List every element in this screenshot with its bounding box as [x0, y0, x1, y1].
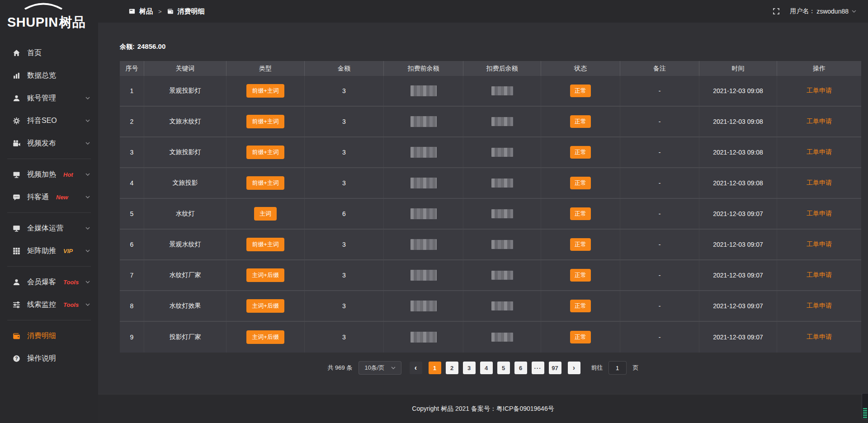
- table-row: 6 景观水纹灯 前缀+主词 3 正常 - 2021-12-03 09:07 工单…: [120, 230, 861, 260]
- header-keyword: 关键词: [144, 61, 226, 76]
- page-button[interactable]: 2: [446, 362, 458, 374]
- blurred-value: [491, 179, 513, 188]
- cell-type: 前缀+主词: [226, 76, 305, 106]
- cell-action: 工单申请: [777, 168, 861, 198]
- sidebar-item-douyin-seo[interactable]: 抖音SEO: [0, 109, 98, 132]
- page-button[interactable]: 5: [497, 362, 510, 374]
- sidebar-item-label: 消费明细: [27, 331, 56, 341]
- page-button[interactable]: 1: [429, 362, 441, 374]
- cell-balance-before: [384, 107, 463, 136]
- cell-status: 正常: [541, 168, 620, 198]
- sidebar-item-media-operation[interactable]: 全媒体运营: [0, 217, 98, 240]
- ticket-apply-link[interactable]: 工单申请: [807, 240, 832, 249]
- cell-status: 正常: [541, 291, 620, 321]
- cell-status: 正常: [541, 76, 620, 106]
- cell-time: 2021-12-03 09:07: [699, 322, 777, 352]
- topbar-right: 用户名：zswodun88: [773, 7, 856, 15]
- cell-action: 工单申请: [777, 107, 861, 136]
- sidebar-item-video-publish[interactable]: 视频发布: [0, 132, 98, 155]
- sidebar-item-instructions[interactable]: ? 操作说明: [0, 347, 98, 370]
- breadcrumb-root[interactable]: 树品: [139, 7, 153, 16]
- cell-balance-before: [384, 76, 463, 106]
- table-row: 7 水纹灯厂家 主词+后缀 3 正常 - 2021-12-03 09:07 工单…: [120, 260, 861, 291]
- type-badge: 前缀+主词: [246, 84, 284, 98]
- sidebar-item-label: 全媒体运营: [27, 224, 63, 233]
- cell-action: 工单申请: [777, 260, 861, 290]
- prev-page-button[interactable]: ‹: [410, 362, 422, 374]
- chevron-down-icon: [85, 119, 90, 122]
- page-button[interactable]: 6: [514, 362, 527, 374]
- page-button[interactable]: 97: [549, 362, 561, 374]
- sidebar-divider: [7, 212, 91, 213]
- goto-page-input[interactable]: [609, 361, 627, 375]
- sidebar-item-label: 会员爆客: [27, 277, 56, 287]
- sidebar-item-member-burst[interactable]: 会员爆客 Tools: [0, 271, 98, 293]
- gear-icon: [13, 117, 20, 125]
- sidebar-item-video-heat[interactable]: 视频加热 Hot: [0, 163, 98, 186]
- blurred-value: [410, 332, 437, 343]
- wallet-icon: [13, 332, 20, 340]
- page-size-value: 10条/页: [364, 364, 384, 372]
- cell-remark: -: [620, 260, 699, 290]
- blurred-value: [491, 240, 513, 249]
- cell-keyword: 水纹灯效果: [144, 291, 226, 321]
- new-tag: New: [56, 194, 68, 201]
- cell-balance-after: [463, 107, 541, 136]
- ticket-apply-link[interactable]: 工单申请: [807, 118, 832, 126]
- logo-arc: [23, 3, 64, 9]
- bar-chart-icon: [13, 72, 20, 80]
- cell-keyword: 景观投影灯: [144, 76, 226, 106]
- corner-widget: [862, 393, 868, 419]
- signboard-icon: [13, 171, 20, 179]
- ticket-apply-link[interactable]: 工单申请: [807, 271, 832, 279]
- pagination: 共 969 条 10条/页 ‹ 123456···97 › 前往 页: [98, 361, 868, 375]
- blurred-value: [410, 301, 437, 311]
- consumption-table: 序号 关键词 类型 金额 扣费前余额 扣费后余额 状态 备注 时间 操作 1 景…: [120, 61, 861, 352]
- sidebar-item-lead-monitor[interactable]: 线索监控 Tools: [0, 293, 98, 316]
- chevron-down-icon: [85, 227, 90, 230]
- page-size-select[interactable]: 10条/页: [359, 361, 401, 375]
- page-buttons: 123456···97: [429, 362, 561, 374]
- more-pages-button[interactable]: ···: [532, 362, 544, 374]
- fullscreen-icon[interactable]: [773, 8, 780, 15]
- table-row: 5 水纹灯 主词 6 正常 - 2021-12-03 09:07 工单申请: [120, 199, 861, 230]
- sidebar-item-doketong[interactable]: 抖客通 New: [0, 186, 98, 208]
- page-button[interactable]: 4: [480, 362, 493, 374]
- sidebar-item-home[interactable]: 首页: [0, 42, 98, 64]
- sliders-icon: [13, 301, 20, 309]
- cell-index: 3: [120, 137, 144, 167]
- page-button[interactable]: 3: [463, 362, 476, 374]
- ticket-apply-link[interactable]: 工单申请: [807, 87, 832, 95]
- ticket-apply-link[interactable]: 工单申请: [807, 148, 832, 156]
- ticket-apply-link[interactable]: 工单申请: [807, 333, 832, 341]
- cell-time: 2021-12-03 09:08: [699, 76, 777, 106]
- blurred-value: [491, 209, 513, 218]
- cell-keyword: 景观水纹灯: [144, 230, 226, 259]
- cell-keyword: 文旅投影: [144, 168, 226, 198]
- ticket-apply-link[interactable]: 工单申请: [807, 210, 832, 218]
- user-menu[interactable]: 用户名：zswodun88: [790, 7, 856, 15]
- sidebar-item-account[interactable]: 账号管理: [0, 87, 98, 109]
- status-badge: 正常: [570, 238, 591, 251]
- status-badge: 正常: [570, 331, 591, 343]
- sidebar: SHUPIN树品 首页 数据总览 账号管理 抖音SEO 视频发布 视频加热 Ho…: [0, 0, 98, 423]
- sidebar-item-consumption-detail[interactable]: 消费明细: [0, 324, 98, 347]
- cell-balance-after: [463, 168, 541, 198]
- sidebar-item-data-overview[interactable]: 数据总览: [0, 64, 98, 87]
- ticket-apply-link[interactable]: 工单申请: [807, 302, 832, 310]
- ticket-apply-link[interactable]: 工单申请: [807, 179, 832, 187]
- table-body: 1 景观投影灯 前缀+主词 3 正常 - 2021-12-03 09:08 工单…: [120, 76, 861, 352]
- sidebar-item-label: 抖音SEO: [27, 116, 57, 126]
- logo-cn: 树品: [59, 15, 86, 29]
- svg-text:?: ?: [15, 356, 18, 361]
- next-page-button[interactable]: ›: [568, 362, 580, 374]
- cell-amount: 3: [305, 322, 384, 352]
- cell-amount: 3: [305, 260, 384, 290]
- blurred-value: [410, 85, 437, 96]
- blurred-value: [491, 333, 513, 342]
- cell-amount: 3: [305, 76, 384, 106]
- status-badge: 正常: [570, 300, 591, 312]
- blurred-value: [491, 148, 513, 157]
- sidebar-item-matrix-boost[interactable]: 矩阵助推 VIP: [0, 240, 98, 262]
- table-row: 1 景观投影灯 前缀+主词 3 正常 - 2021-12-03 09:08 工单…: [120, 76, 861, 107]
